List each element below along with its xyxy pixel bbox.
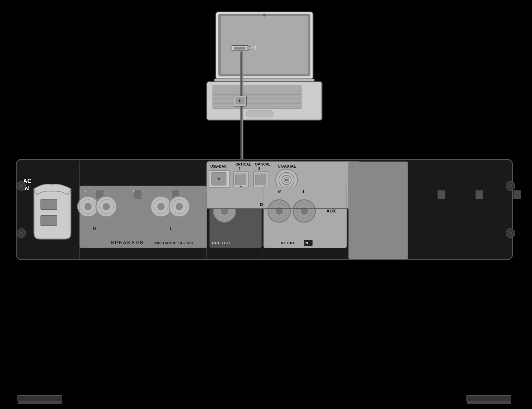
svg-rect-70 xyxy=(233,172,249,187)
svg-rect-25 xyxy=(237,165,248,168)
svg-rect-71 xyxy=(235,174,246,185)
svg-point-74 xyxy=(276,169,297,191)
svg-text:R: R xyxy=(93,226,96,231)
svg-point-38 xyxy=(78,196,98,217)
svg-point-76 xyxy=(282,175,291,185)
svg-rect-29 xyxy=(41,199,57,210)
svg-rect-109 xyxy=(18,401,62,404)
svg-text:✦: ✦ xyxy=(239,184,243,189)
svg-text:L: L xyxy=(170,226,173,231)
svg-point-88 xyxy=(276,207,283,215)
svg-point-77 xyxy=(284,178,289,182)
svg-rect-1 xyxy=(216,12,313,80)
svg-rect-5 xyxy=(207,82,322,120)
svg-text:OPTICAL: OPTICAL xyxy=(255,162,271,166)
svg-rect-111 xyxy=(467,401,511,404)
svg-rect-6 xyxy=(213,85,301,109)
svg-rect-94 xyxy=(304,240,313,246)
svg-text:AUDIO: AUDIO xyxy=(281,241,295,245)
svg-rect-117 xyxy=(349,162,408,259)
svg-point-56 xyxy=(213,200,236,222)
svg-point-105 xyxy=(506,229,515,238)
svg-point-89 xyxy=(293,200,315,222)
svg-point-87 xyxy=(271,203,287,219)
svg-point-57 xyxy=(217,203,232,219)
svg-rect-73 xyxy=(256,174,266,185)
svg-rect-13 xyxy=(232,45,248,51)
svg-line-106 xyxy=(508,231,513,235)
svg-line-100 xyxy=(19,231,24,235)
svg-line-103 xyxy=(508,184,513,188)
svg-text:OPTICAL: OPTICAL xyxy=(235,162,251,166)
svg-rect-54 xyxy=(210,186,261,248)
svg-point-58 xyxy=(221,207,228,215)
svg-rect-83 xyxy=(264,186,346,248)
svg-rect-80 xyxy=(315,202,324,207)
svg-text:+: + xyxy=(132,189,135,193)
svg-rect-60 xyxy=(207,162,360,209)
svg-point-45 xyxy=(154,199,168,214)
svg-point-90 xyxy=(297,203,312,219)
ac-in-label: AC xyxy=(23,178,32,184)
svg-point-102 xyxy=(506,181,515,190)
svg-text:IN: IN xyxy=(305,241,308,245)
svg-text:1: 1 xyxy=(239,167,241,171)
svg-text:SPEAKERS: SPEAKERS xyxy=(111,240,144,245)
svg-rect-27 xyxy=(16,159,513,260)
svg-text:+: + xyxy=(84,189,87,193)
svg-text:············
············
····: ············ ············ ············ ·… xyxy=(82,161,532,229)
svg-text:IN: IN xyxy=(23,185,29,192)
svg-point-48 xyxy=(172,199,186,214)
svg-rect-14 xyxy=(234,47,245,50)
svg-rect-16 xyxy=(248,47,251,50)
svg-rect-3 xyxy=(221,16,308,74)
svg-rect-32 xyxy=(81,187,205,246)
svg-point-86 xyxy=(268,200,290,222)
svg-text:PRE OUT: PRE OUT xyxy=(212,241,231,245)
svg-point-42 xyxy=(99,199,113,214)
svg-rect-0 xyxy=(0,0,532,409)
svg-rect-108 xyxy=(18,395,62,401)
svg-point-44 xyxy=(151,196,171,217)
svg-text:COAXIAL: COAXIAL xyxy=(278,164,296,168)
svg-text:AUX: AUX xyxy=(326,208,336,213)
svg-point-49 xyxy=(176,203,183,210)
svg-rect-110 xyxy=(467,395,511,401)
svg-rect-2 xyxy=(219,14,310,76)
svg-line-98 xyxy=(19,184,24,188)
svg-text:IMPEDANCE : 4～16Ω: IMPEDANCE : 4～16Ω xyxy=(154,241,193,245)
svg-rect-72 xyxy=(253,172,269,187)
svg-text:SUBWOOFER: SUBWOOFER xyxy=(213,189,234,192)
svg-text:R: R xyxy=(277,189,281,194)
svg-rect-68 xyxy=(212,172,226,185)
svg-point-75 xyxy=(279,172,294,188)
svg-text:⊸: ⊸ xyxy=(239,165,242,169)
svg-text:2: 2 xyxy=(258,167,260,171)
svg-rect-24 xyxy=(235,164,250,170)
svg-text:DIGITAL  AUDIO: DIGITAL AUDIO xyxy=(260,202,294,207)
svg-point-12 xyxy=(263,14,266,17)
svg-point-41 xyxy=(96,196,117,217)
svg-text:-: - xyxy=(94,189,95,193)
svg-rect-19 xyxy=(234,96,246,106)
svg-line-104 xyxy=(508,184,513,188)
svg-point-40 xyxy=(84,203,92,210)
svg-point-78 xyxy=(285,179,288,181)
svg-text:-: - xyxy=(142,189,143,193)
svg-point-43 xyxy=(103,203,110,210)
svg-rect-31 xyxy=(80,186,207,248)
svg-point-99 xyxy=(17,229,26,238)
svg-rect-20 xyxy=(235,97,245,104)
svg-rect-30 xyxy=(41,215,57,226)
svg-line-107 xyxy=(508,231,513,235)
svg-text:✦: ✦ xyxy=(217,176,221,182)
svg-point-91 xyxy=(301,207,308,215)
svg-rect-67 xyxy=(209,171,229,188)
svg-line-97 xyxy=(19,184,24,188)
svg-rect-4 xyxy=(214,79,315,82)
svg-point-96 xyxy=(17,181,26,190)
svg-text:USB-DAC: USB-DAC xyxy=(210,164,227,168)
svg-line-101 xyxy=(19,231,24,235)
svg-text:L: L xyxy=(303,189,306,194)
svg-text:⊣: ⊣ xyxy=(250,44,256,52)
